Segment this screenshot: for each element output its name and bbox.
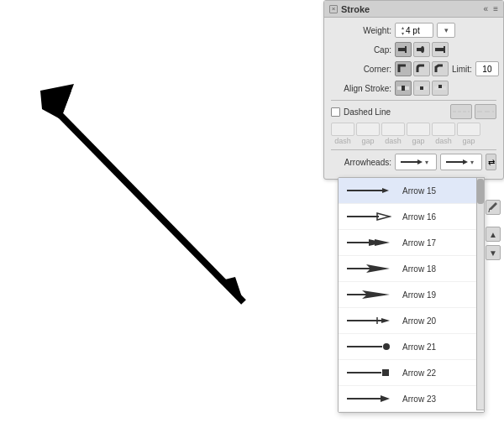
cap-round-button[interactable] — [413, 42, 430, 57]
panel-titlebar-left: × Stroke — [329, 4, 370, 14]
dashed-preset-2[interactable] — [475, 104, 496, 119]
weight-dropdown-chevron: ▾ — [444, 26, 449, 34]
arrow-list-item-15[interactable]: Arrow 15 — [339, 178, 484, 204]
dashed-checkbox[interactable] — [331, 107, 340, 117]
dash-2-label: dash — [385, 137, 402, 145]
end-arrow-dropdown[interactable]: ▾ — [440, 154, 482, 170]
panel-menu-icon[interactable]: ≡ — [493, 4, 498, 13]
dash-2-input[interactable] — [381, 123, 405, 136]
arrow-22-icon — [345, 367, 396, 379]
weight-unit-dropdown[interactable]: ▾ — [437, 23, 455, 38]
arrow-list-item-21[interactable]: Arrow 21 — [339, 334, 484, 360]
scrollbar-thumb[interactable] — [477, 179, 484, 204]
gap-3-group: gap — [457, 123, 480, 145]
limit-label: Limit: — [452, 65, 472, 74]
arrow-list-item-17[interactable]: Arrow 17 — [339, 230, 484, 256]
stroke-panel: × Stroke « ≡ Weight: ▴ ▾ ▾ C — [323, 0, 504, 180]
scroll-down-button[interactable]: ▼ — [486, 245, 501, 260]
swap-icon: ⇄ — [488, 158, 495, 167]
svg-marker-24 — [382, 188, 389, 193]
dashed-checkbox-wrap: Dashed Line — [331, 107, 391, 117]
limit-row: Limit: x — [452, 61, 504, 76]
arrow-swap-button[interactable]: ⇄ — [486, 154, 496, 170]
corner-button-group — [395, 61, 449, 76]
svg-rect-5 — [398, 48, 405, 51]
svg-rect-16 — [438, 85, 442, 88]
dash-1-input[interactable] — [331, 123, 354, 136]
canvas-svg — [0, 0, 311, 423]
cap-projecting-button[interactable] — [432, 42, 449, 57]
arrow-23-icon — [345, 393, 396, 405]
dash-1-label: dash — [334, 137, 351, 145]
panel-titlebar: × Stroke « ≡ — [324, 1, 503, 18]
arrow-17-icon — [345, 237, 396, 248]
arrow-19-label: Arrow 19 — [402, 290, 436, 300]
arrow-16-label: Arrow 16 — [402, 212, 436, 222]
arrow-15-icon — [345, 185, 396, 196]
align-center-button[interactable] — [395, 81, 412, 96]
corner-bevel-button[interactable] — [432, 61, 449, 76]
svg-rect-9 — [435, 48, 444, 51]
arrow-19-icon — [345, 289, 396, 300]
dash-gap-row: dash gap dash gap dash gap — [331, 123, 496, 145]
arrow-15-label: Arrow 15 — [402, 186, 436, 196]
arrow-list-item-20[interactable]: Arrow 20 — [339, 308, 484, 334]
panel-close-button[interactable]: × — [329, 5, 338, 13]
svg-marker-35 — [381, 318, 390, 323]
corner-miter-button[interactable] — [395, 61, 412, 76]
align-stroke-row: Align Stroke: — [331, 81, 496, 96]
arrow-21-icon — [345, 341, 396, 352]
weight-spin-up[interactable]: ▴ — [399, 24, 406, 30]
align-outside-button[interactable] — [432, 81, 449, 96]
dash-3-label: dash — [435, 137, 452, 145]
arrowheads-row: Arrowheads: ▾ ▾ ⇄ — [331, 154, 496, 170]
svg-rect-14 — [420, 86, 423, 90]
dash-3-group: dash — [432, 123, 455, 145]
tool-spacer — [486, 218, 501, 223]
gap-2-group: gap — [407, 123, 430, 145]
weight-label: Weight: — [331, 26, 391, 35]
arrow-dropdown-list: Arrow 15 Arrow 16 Arrow 17 — [338, 177, 485, 413]
corner-label: Corner: — [331, 65, 391, 74]
align-inside-button[interactable] — [413, 81, 430, 96]
arrow-list-item-16[interactable]: Arrow 16 — [339, 204, 484, 230]
align-stroke-label: Align Stroke: — [331, 84, 391, 93]
weight-spin-down[interactable]: ▾ — [399, 30, 406, 36]
scroll-up-button[interactable]: ▲ — [486, 227, 501, 242]
svg-marker-20 — [417, 159, 423, 164]
gap-2-input[interactable] — [407, 123, 430, 136]
start-arrow-dropdown[interactable]: ▾ — [395, 154, 437, 170]
svg-rect-40 — [382, 369, 389, 376]
dash-3-input[interactable] — [432, 123, 455, 136]
panel-collapse-icon[interactable]: « — [484, 4, 489, 13]
arrow-22-label: Arrow 22 — [402, 368, 436, 378]
arrow-17-label: Arrow 17 — [402, 238, 436, 248]
arrow-list-item-22[interactable]: Arrow 22 — [339, 360, 484, 386]
arrow-18-label: Arrow 18 — [402, 264, 436, 274]
dashed-preset-1[interactable] — [450, 104, 472, 119]
svg-rect-6 — [405, 46, 407, 53]
limit-input[interactable] — [475, 61, 499, 76]
dashed-presets — [450, 104, 496, 119]
corner-row: Corner: Limit: x — [331, 61, 496, 76]
weight-spinners: ▴ ▾ — [399, 24, 406, 36]
arrow-list-item-18[interactable]: Arrow 18 — [339, 256, 484, 282]
svg-marker-22 — [463, 159, 468, 164]
eyedropper-button[interactable] — [486, 200, 501, 215]
cap-button-group — [395, 42, 449, 57]
start-arrow-chevron: ▾ — [425, 159, 428, 166]
gap-3-input[interactable] — [457, 123, 480, 136]
cap-butt-button[interactable] — [395, 42, 412, 57]
arrow-20-icon — [345, 315, 396, 326]
weight-input[interactable] — [406, 26, 431, 35]
divider-2 — [331, 149, 496, 150]
dropdown-scrollbar[interactable] — [476, 177, 485, 410]
arrow-23-label: Arrow 23 — [402, 394, 436, 404]
svg-rect-12 — [402, 86, 405, 91]
arrow-list-item-23[interactable]: Arrow 23 — [339, 386, 484, 412]
gap-2-label: gap — [412, 137, 424, 145]
corner-round-button[interactable] — [413, 61, 430, 76]
svg-marker-42 — [381, 395, 390, 402]
arrow-list-item-19[interactable]: Arrow 19 — [339, 282, 484, 308]
gap-1-input[interactable] — [356, 123, 380, 136]
